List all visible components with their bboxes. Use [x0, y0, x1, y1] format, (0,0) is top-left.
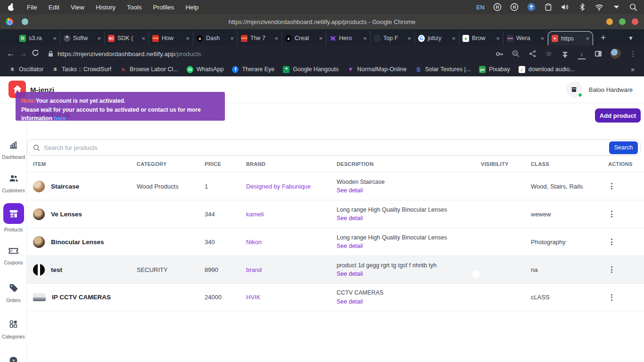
sidebar-item-coupons[interactable]: Coupons — [0, 246, 27, 265]
see-detail-link[interactable]: See detail — [337, 242, 475, 250]
maximize-button[interactable] — [619, 18, 626, 25]
product-brand-link[interactable]: HVIK — [240, 294, 330, 301]
row-actions-kebab-icon[interactable] — [608, 211, 615, 217]
browser-tab[interactable]: Top F × — [371, 31, 415, 45]
browser-tab[interactable]: * Softw × — [60, 31, 105, 45]
pause-circle-icon[interactable] — [510, 3, 519, 11]
zoom-out-icon[interactable] — [512, 49, 520, 58]
key-icon[interactable] — [495, 49, 504, 58]
row-actions-kebab-icon[interactable] — [608, 266, 615, 273]
downloads-icon[interactable]: ↓ — [578, 49, 586, 58]
browser-tab[interactable]: wera Wera × — [504, 31, 548, 45]
menu-history[interactable]: History — [90, 4, 121, 11]
tab-close-icon[interactable]: × — [53, 35, 57, 42]
bookmark-item[interactable]: f Therare Eye — [228, 66, 279, 73]
banner-here-link[interactable]: here — [54, 115, 66, 122]
table-row[interactable]: test SECURITY 8990 brand product 1d gegg… — [27, 255, 644, 283]
bookmark-item[interactable]: ♪ download audio... — [514, 66, 579, 73]
apple-menu-icon[interactable] — [8, 4, 15, 11]
sidebar-item-inquiries[interactable]: ?Inquiries — [0, 356, 27, 362]
browser-tab[interactable]: BC SDK ( × — [105, 31, 149, 45]
table-row[interactable]: Binocular Lenses 340 Nikon Long range Hi… — [27, 228, 644, 255]
table-row[interactable]: Ve Lenses 344 kameli Long range High Qua… — [27, 200, 644, 228]
wifi-icon[interactable] — [595, 3, 603, 11]
browser-tab[interactable]: Ж Hero × — [326, 31, 371, 45]
browser-tab[interactable]: G jobzy × — [415, 31, 459, 45]
sidebar-item-orders[interactable]: Orders — [0, 283, 27, 303]
upload-circle-icon[interactable] — [527, 3, 536, 11]
chrome-menu-kebab-icon[interactable]: ⋮ — [629, 49, 637, 58]
product-brand-link[interactable]: kameli — [240, 211, 330, 218]
bookmark-item[interactable]: S Oscillator — [5, 66, 48, 73]
bookmarks-overflow-icon[interactable]: » — [631, 66, 639, 73]
search-input[interactable] — [44, 144, 609, 151]
tab-close-icon[interactable]: × — [141, 35, 145, 42]
tab-close-icon[interactable]: × — [319, 35, 322, 42]
search-button[interactable]: Search — [609, 141, 638, 154]
forward-icon[interactable]: → — [17, 49, 29, 58]
add-product-button[interactable]: Add product — [595, 108, 641, 123]
product-brand-link[interactable]: brand — [240, 266, 330, 273]
browser-tab[interactable]: ▲ Brow × — [459, 31, 504, 45]
browser-tab[interactable]: ● https × — [548, 31, 593, 45]
store-account[interactable]: Baloo Hardware — [566, 82, 633, 98]
minimize-button[interactable] — [606, 18, 613, 25]
pause-circle-icon[interactable] — [493, 3, 502, 11]
bookmark-item[interactable]: ❝ Google Hangouts — [279, 66, 343, 73]
sidebar-item-customers[interactable]: Customers — [0, 174, 27, 193]
back-icon[interactable]: ← — [5, 49, 17, 58]
spotlight-search-icon[interactable] — [629, 3, 637, 11]
extensions-puzzle-icon[interactable] — [561, 49, 570, 58]
tab-close-icon[interactable]: × — [97, 35, 101, 42]
browser-tab[interactable]: ▲ Dash × — [193, 31, 238, 45]
tab-close-icon[interactable]: × — [274, 35, 278, 42]
tab-close-icon[interactable]: × — [586, 35, 589, 42]
see-detail-link[interactable]: See detail — [337, 297, 475, 306]
product-brand-link[interactable]: Designed by Fabunique — [240, 183, 330, 190]
new-tab-button[interactable]: + — [601, 33, 606, 43]
tab-close-icon[interactable]: × — [407, 35, 411, 42]
bookmark-item[interactable]: 19 WhatsApp — [182, 66, 228, 73]
menu-edit[interactable]: Edit — [43, 4, 65, 11]
close-window-button[interactable] — [632, 18, 638, 25]
sidebar-item-products[interactable]: Products — [0, 203, 27, 232]
browser-tab[interactable]: H2O How × — [149, 31, 193, 45]
row-actions-kebab-icon[interactable] — [608, 239, 615, 245]
menu-view[interactable]: View — [65, 4, 90, 11]
bookmark-item[interactable]: S Solar Textures |... — [411, 66, 475, 73]
side-panel-icon[interactable] — [594, 49, 603, 58]
menu-profiles[interactable]: Profiles — [148, 4, 180, 11]
menu-tools[interactable]: Tools — [121, 4, 148, 11]
tab-close-icon[interactable]: × — [540, 35, 544, 42]
bookmark-item[interactable]: ≈ Browse Labor Cl... — [116, 66, 182, 73]
chevron-down-icon[interactable] — [612, 3, 620, 11]
browser-tab[interactable]: D s3.ra × — [16, 31, 60, 45]
sidebar-item-dashboard[interactable]: Dashboard — [0, 140, 27, 160]
reload-icon[interactable] — [29, 49, 41, 59]
bookmark-star-icon[interactable]: ☆ — [545, 49, 553, 58]
volume-icon[interactable] — [561, 3, 570, 11]
product-brand-link[interactable]: Nikon — [240, 239, 330, 246]
bookmark-item[interactable]: ▼ NormalMap-Online — [343, 66, 411, 73]
menu-file[interactable]: File — [21, 4, 43, 11]
bookmark-item[interactable]: px Pixabay — [475, 66, 514, 73]
row-actions-kebab-icon[interactable] — [608, 294, 615, 301]
menu-help[interactable]: Help — [180, 4, 205, 11]
tab-close-icon[interactable]: × — [363, 35, 367, 42]
tab-search-chevron-icon[interactable]: ▼ — [628, 35, 634, 41]
table-row[interactable]: IP CCTV CAMERAS 24000 HVIK CCTV CAMERAS … — [27, 283, 644, 311]
tab-close-icon[interactable]: × — [452, 35, 455, 42]
share-icon[interactable] — [528, 49, 537, 58]
tab-close-icon[interactable]: × — [496, 35, 500, 42]
clipboard-icon[interactable] — [544, 3, 553, 11]
bookmark-item[interactable]: S Tasks :: CrowdSurf — [48, 66, 116, 73]
browser-profile-avatar[interactable] — [611, 49, 621, 59]
tab-close-icon[interactable]: × — [186, 35, 190, 42]
see-detail-link[interactable]: See detail — [337, 270, 475, 278]
browser-tab[interactable]: ▲ Creat × — [282, 31, 326, 45]
row-actions-kebab-icon[interactable] — [608, 183, 615, 189]
bluetooth-icon[interactable] — [578, 3, 586, 11]
sidebar-item-categories[interactable]: Categories — [0, 319, 27, 339]
see-detail-link[interactable]: See detail — [337, 186, 475, 195]
see-detail-link[interactable]: See detail — [337, 214, 475, 222]
